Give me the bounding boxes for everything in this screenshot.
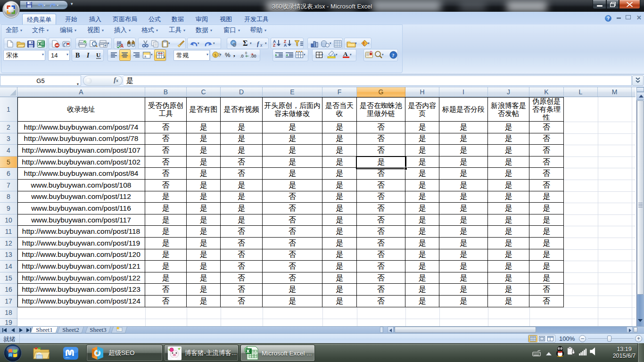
svg-text:Σ: Σ xyxy=(243,39,248,47)
svg-text:.0: .0 xyxy=(240,54,244,58)
svg-text:x: x xyxy=(260,42,263,48)
svg-text:f: f xyxy=(257,40,260,47)
svg-text:B: B xyxy=(75,52,80,58)
svg-text:$: $ xyxy=(215,53,217,58)
svg-text:%: % xyxy=(225,51,231,58)
svg-text:A: A xyxy=(120,43,124,48)
svg-text:,: , xyxy=(233,51,235,58)
svg-text:?: ? xyxy=(392,52,395,58)
svg-text:!: ! xyxy=(363,41,364,47)
svg-text:I: I xyxy=(86,52,90,58)
svg-text:a: a xyxy=(144,55,146,58)
svg-text:A: A xyxy=(284,43,287,48)
svg-text:A: A xyxy=(343,50,348,58)
svg-text:U: U xyxy=(96,52,101,58)
svg-text:Z: Z xyxy=(273,43,275,48)
svg-text:0: 0 xyxy=(245,51,247,55)
